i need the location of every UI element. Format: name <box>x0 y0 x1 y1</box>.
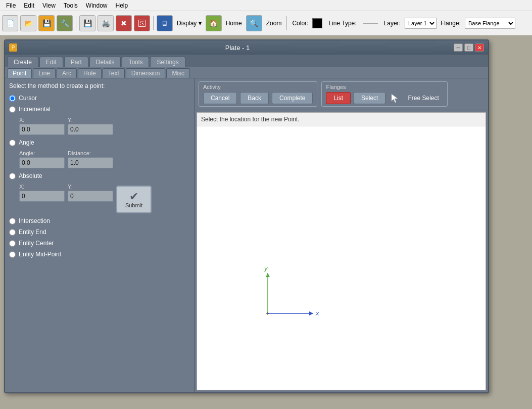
option-entity-center: Entity Center <box>9 240 190 247</box>
angle-angle-label: Angle: <box>19 150 65 156</box>
abs-x-label: X: <box>19 184 65 190</box>
angle-angle-group: Angle: <box>19 150 65 168</box>
menu-window[interactable]: Window <box>82 1 112 10</box>
tab-create[interactable]: Create <box>7 57 38 67</box>
abs-y-input[interactable] <box>68 191 113 202</box>
menu-edit[interactable]: Edit <box>20 1 38 10</box>
cursor-icon <box>389 92 401 104</box>
tab-details[interactable]: Details <box>89 57 121 67</box>
flange-select-button[interactable]: Select <box>354 92 385 104</box>
cursor-label: Cursor <box>19 95 37 102</box>
radio-entity-center[interactable] <box>9 240 16 247</box>
dialog-title: Plate - 1 <box>21 44 454 52</box>
radio-incremental[interactable] <box>9 106 16 113</box>
toolbar-new-btn[interactable]: 📄 <box>2 15 18 31</box>
option-intersection: Intersection <box>9 217 190 224</box>
angle-label: Angle <box>19 139 34 146</box>
radio-angle[interactable] <box>9 140 16 146</box>
dialog-window: P Plate - 1 ─ □ ✕ Create Edit Part Detai… <box>4 39 489 393</box>
flange-list-button[interactable]: List <box>326 92 351 104</box>
linetype-display <box>363 23 378 24</box>
tab-edit[interactable]: Edit <box>39 57 63 67</box>
tab-tools[interactable]: Tools <box>122 57 149 67</box>
subtab-point[interactable]: Point <box>7 68 32 78</box>
menu-help[interactable]: Help <box>112 1 132 10</box>
main-area: P Plate - 1 ─ □ ✕ Create Edit Part Detai… <box>0 35 532 409</box>
toolbar-sep2 <box>153 16 154 30</box>
absolute-label: Absolute <box>19 172 42 179</box>
subtab-misc[interactable]: Misc <box>166 68 190 78</box>
panel-instruction: Select the method to create a point: <box>9 82 190 89</box>
svg-marker-1 <box>309 311 313 315</box>
menu-bar: File Edit View Tools Window Help <box>0 0 532 11</box>
complete-button[interactable]: Complete <box>272 92 313 104</box>
inc-y-input[interactable] <box>68 124 113 135</box>
toolbar-open-btn[interactable]: 📂 <box>20 15 36 31</box>
radio-entity-midpoint[interactable] <box>9 251 16 258</box>
flange-label: Flange: <box>439 20 463 27</box>
menu-view[interactable]: View <box>38 1 60 10</box>
layer-select[interactable]: Layer 1 <box>405 18 437 29</box>
dialog-sub-tabs: Point Line Arc Hole Text Dimension Misc <box>5 67 488 78</box>
entity-midpoint-label: Entity Mid-Point <box>19 251 61 258</box>
dialog-title-buttons: ─ □ ✕ <box>454 43 484 52</box>
zoom-label: Zoom <box>264 20 284 27</box>
angle-angle-input[interactable] <box>19 157 65 168</box>
radio-intersection[interactable] <box>9 218 16 224</box>
svg-marker-4 <box>266 273 270 277</box>
activity-legend: Activity <box>203 84 313 90</box>
option-incremental: Incremental <box>9 106 190 113</box>
coordinate-axes: x y <box>197 126 486 389</box>
canvas-area[interactable]: Select the location for the new Point. x <box>197 112 486 390</box>
minimize-btn[interactable]: ─ <box>454 43 463 52</box>
option-cursor: Cursor <box>9 95 190 102</box>
tab-part[interactable]: Part <box>64 57 88 67</box>
right-panel: Activity Cancel Back Complete Flanges Li… <box>195 78 488 392</box>
toolbar-btn8[interactable]: 🅂 <box>134 15 150 31</box>
toolbar-save-btn[interactable]: 💾 <box>38 15 55 31</box>
menu-file[interactable]: File <box>2 1 20 10</box>
toolbar-home-btn[interactable]: 🏠 <box>206 15 222 31</box>
subtab-arc[interactable]: Arc <box>57 68 77 78</box>
toolbar-display-btn[interactable]: 🖥 <box>157 15 173 31</box>
left-panel: Select the method to create a point: Cur… <box>5 78 195 392</box>
layer-label: Layer: <box>382 20 403 27</box>
subtab-hole[interactable]: Hole <box>78 68 102 78</box>
submit-label: Submit <box>125 202 142 208</box>
radio-entity-end[interactable] <box>9 229 16 236</box>
option-angle: Angle <box>9 139 190 146</box>
menu-tools[interactable]: Tools <box>60 1 82 10</box>
cancel-button[interactable]: Cancel <box>203 92 237 104</box>
back-button[interactable]: Back <box>240 92 269 104</box>
inc-x-input[interactable] <box>19 124 65 135</box>
toolbar: 📄 📂 💾 🔧 💾 🖨️ ✖ 🅂 🖥 Display ▾ 🏠 Home 🔍 Zo… <box>0 11 532 35</box>
subtab-dimension[interactable]: Dimension <box>126 68 166 78</box>
free-select-label: Free Select <box>404 95 443 102</box>
color-label: Color: <box>290 20 310 27</box>
abs-x-input[interactable] <box>19 191 65 202</box>
toolbar-save2-btn[interactable]: 💾 <box>79 15 95 31</box>
linetype-label: Line Type: <box>326 20 358 27</box>
canvas-drawing[interactable]: x y <box>197 126 486 389</box>
subtab-text[interactable]: Text <box>103 68 125 78</box>
canvas-instruction: Select the location for the new Point. <box>197 113 486 126</box>
tab-settings[interactable]: Settings <box>150 57 185 67</box>
flanges-group: Flanges List Select Free Select <box>321 81 447 107</box>
toolbar-btn4[interactable]: 🔧 <box>57 15 73 31</box>
submit-button[interactable]: ✔ Submit <box>116 186 152 213</box>
radio-cursor[interactable] <box>9 95 16 102</box>
toolbar-btn7[interactable]: ✖ <box>116 15 132 31</box>
dialog-titlebar: P Plate - 1 ─ □ ✕ <box>5 40 488 55</box>
dialog-icon: P <box>9 43 17 52</box>
flanges-legend: Flanges <box>326 84 443 90</box>
toolbar-zoom-btn[interactable]: 🔍 <box>246 15 262 31</box>
toolbar-print-btn[interactable]: 🖨️ <box>98 15 114 31</box>
color-box[interactable] <box>312 18 322 28</box>
subtab-line[interactable]: Line <box>33 68 56 78</box>
radio-absolute[interactable] <box>9 173 16 179</box>
close-btn[interactable]: ✕ <box>475 43 484 52</box>
flange-select[interactable]: Base Flange <box>465 18 515 29</box>
angle-dist-input[interactable] <box>68 157 113 168</box>
absolute-fields: X: Y: ✔ Submit <box>19 184 190 213</box>
maximize-btn[interactable]: □ <box>464 43 473 52</box>
